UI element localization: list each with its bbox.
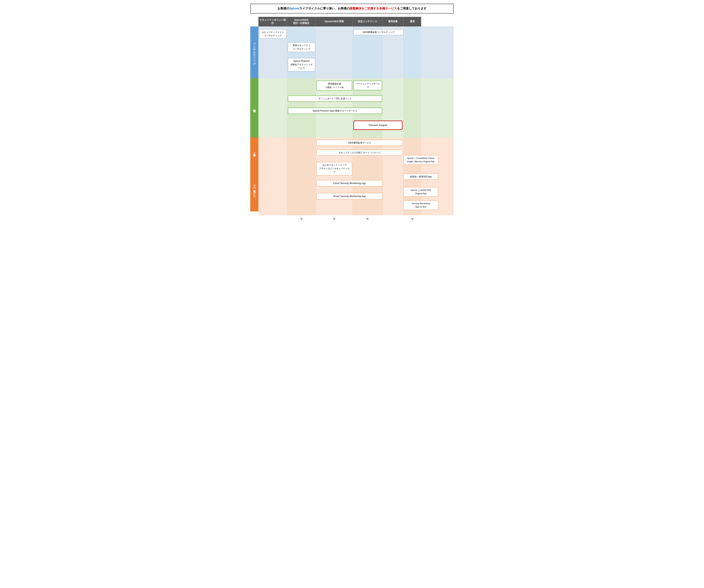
banner-text-before: お客様の <box>278 7 289 10</box>
top-banner: お客様のSplunkライフサイクルに寄り添い、お客様の課題解決をご支援する各種サ… <box>250 4 454 13</box>
sidebar-other-sub-text: その他サービス <box>253 183 256 197</box>
banner-blue-text: Splunk <box>289 7 299 10</box>
card-box-security: Security MonitoringApp for Box <box>403 200 438 210</box>
header-ops: 運用 <box>404 17 421 26</box>
card-cloud-security-monitoring: Cloud Security Monitoring App <box>316 180 382 186</box>
grid-area: セキュリティポリシー設計 Splunk/SIEM設計 / 仕様策定 Splunk… <box>258 17 454 223</box>
arrow-col1: ▼ <box>287 215 316 223</box>
header-settings-maintenance: 設定メンテナンス <box>353 17 382 26</box>
card-version-up: バージョンアップサービス <box>353 81 382 90</box>
arrow-col0 <box>258 215 287 223</box>
banner-text-middle: ライフサイクルに寄り添い、お客様の <box>299 7 350 10</box>
card-premium-apps: Splunk Premium Apps 構築サポートサービス <box>288 108 382 114</box>
arrow-col2: ▼ <box>316 215 353 223</box>
sidebar-spacer <box>250 17 258 26</box>
sidebar-label-implementation: 実装・構築支援 <box>250 78 258 137</box>
arrows-row: ▼ ▼ ▼ ▼ <box>258 215 454 223</box>
card-crowdstrike: Splunk × CrowdStrike FalconInsight, Macn… <box>403 155 438 165</box>
card-security-main-consulting: セキュリティドメインコンサルティング <box>259 29 287 39</box>
arrow-col5: ▼ <box>404 215 421 223</box>
card-hajimete: はじめてセットシリーズプロキシログ / セキュリティログ <box>316 162 352 175</box>
header-ops-improvement: 運用改善 <box>382 17 404 26</box>
banner-red-text: 課題解決をご支援する各種サービス <box>350 7 397 10</box>
card-splunk-phantom: Splunk Phantom自動化アセスメントサービス <box>288 58 315 71</box>
sidebar-label-other: 独自App その他サービス <box>250 137 258 212</box>
sidebar: コンサルティング 実装・構築支援 独自App その他サービス <box>250 17 258 223</box>
arrow-col4 <box>382 215 404 223</box>
header-splunk-siem-design: Splunk/SIEM設計 / 仕様策定 <box>287 17 316 26</box>
card-lanscope: Splunk × LANSCOPEOriginal App <box>403 187 438 197</box>
column-headers: セキュリティポリシー設計 Splunk/SIEM設計 / 仕様策定 Splunk… <box>258 17 454 26</box>
card-security-log: セキュリティログ分析スタートパッケージ <box>316 150 403 156</box>
other-section: SIEM運用監視サービス セキュリティログ分析スタートパッケージ はじめてセット… <box>258 137 454 215</box>
card-dashboard-spl: ダッシュボード / SPL 作成パック <box>288 96 382 102</box>
card-siem-monitoring: SIEM運用監視サービス <box>316 140 403 146</box>
sidebar-other-main-text: 独自App <box>253 152 256 157</box>
implementation-section: 環境構築支援※構築パートナー様 バージョンアップサービス ダッシュボード / S… <box>258 78 454 137</box>
card-siem-improvement-consulting: SIEM業務改善コンサルティング <box>353 29 403 35</box>
card-smart-security-monitoring: Smart Security Monitoring App <box>316 193 382 199</box>
sidebar-label-consulting: コンサルティング <box>250 26 258 78</box>
banner-text-after: をご用意しております <box>397 7 426 10</box>
main-layout: コンサルティング 実装・構築支援 独自App その他サービス セキュリティポリシ… <box>250 17 454 223</box>
page-wrapper: お客様のSplunkライフサイクルに寄り添い、お客様の課題解決をご支援する各種サ… <box>250 4 454 223</box>
header-security-policy: セキュリティポリシー設計 <box>258 17 287 26</box>
header-splunk-siem-impl: Splunk/SIEM 実装 <box>316 17 353 26</box>
card-env-support: 環境構築支援※構築パートナー様 <box>316 81 352 91</box>
card-simple-security-consulting: 簡易セキュリティコンサルティング <box>288 42 315 52</box>
card-gov-app: 政府統一基準対応App <box>403 174 438 180</box>
consulting-section: セキュリティドメインコンサルティング SIEM業務改善コンサルティング 簡易セキ… <box>258 26 454 78</box>
arrow-col3: ▼ <box>353 215 382 223</box>
card-premium-support: Premium Support <box>353 121 403 130</box>
